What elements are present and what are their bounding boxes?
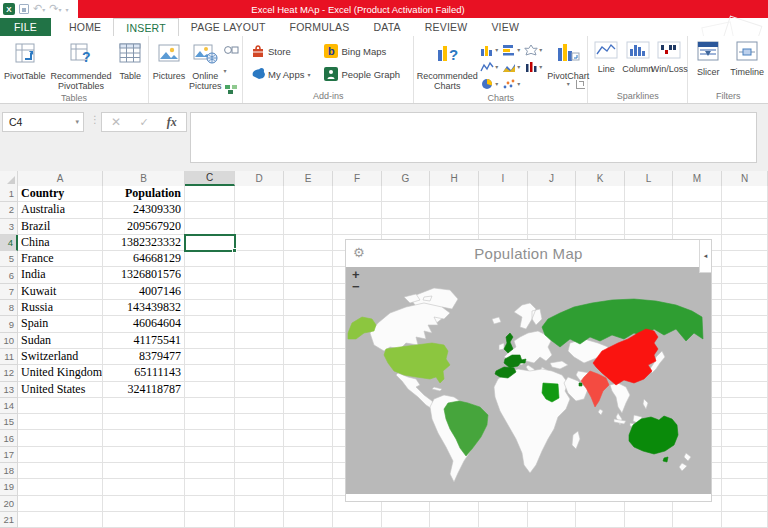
cell-M1[interactable] <box>673 186 722 202</box>
cell-D7[interactable] <box>235 284 284 300</box>
insert-line-chart-icon[interactable]: ▾ <box>478 58 500 75</box>
cell-D8[interactable] <box>235 300 284 316</box>
cell-B10[interactable]: 41175541 <box>103 333 185 349</box>
cell-G21[interactable] <box>382 512 430 528</box>
row-header-16[interactable]: 16 <box>0 430 18 446</box>
cell-E10[interactable] <box>284 333 333 349</box>
insert-scatter-chart-icon[interactable]: ▾ <box>500 75 522 92</box>
cell-B11[interactable]: 8379477 <box>103 349 185 365</box>
cell-C20[interactable] <box>185 496 235 512</box>
cell-I21[interactable] <box>479 512 528 528</box>
column-header-G[interactable]: G <box>382 171 430 186</box>
cell-C19[interactable] <box>185 479 235 495</box>
cell-L21[interactable] <box>625 512 673 528</box>
cell-B6[interactable]: 1326801576 <box>103 267 185 283</box>
gear-icon[interactable]: ⚙ <box>353 246 365 259</box>
cell-C6[interactable] <box>185 267 235 283</box>
cell-A7[interactable]: Kuwait <box>18 284 103 300</box>
cell-E20[interactable] <box>284 496 333 512</box>
cell-K21[interactable] <box>576 512 625 528</box>
cell-E9[interactable] <box>284 316 333 332</box>
customize-qat-icon[interactable]: ▾ <box>65 6 68 13</box>
map-collapse-strip[interactable]: ◂ <box>699 240 711 273</box>
cell-D12[interactable] <box>235 365 284 381</box>
cell-J21[interactable] <box>528 512 576 528</box>
cell-K3[interactable] <box>576 219 625 235</box>
row-header-6[interactable]: 6 <box>0 267 18 283</box>
cell-B20[interactable] <box>103 496 185 512</box>
cell-H1[interactable] <box>430 186 479 202</box>
my-apps-button[interactable]: My Apps ▾ <box>251 66 310 83</box>
cell-E7[interactable] <box>284 284 333 300</box>
cell-L3[interactable] <box>625 219 673 235</box>
tab-home[interactable]: HOME <box>57 18 113 36</box>
cell-D19[interactable] <box>235 479 284 495</box>
cell-L1[interactable] <box>625 186 673 202</box>
cell-D16[interactable] <box>235 430 284 446</box>
cell-D2[interactable] <box>235 202 284 218</box>
tab-formulas[interactable]: FORMULAS <box>278 18 362 36</box>
excel-logo-icon[interactable]: X <box>3 3 15 15</box>
cell-A11[interactable]: Switzerland <box>18 349 103 365</box>
row-header-10[interactable]: 10 <box>0 333 18 349</box>
column-header-C[interactable]: C <box>185 171 235 186</box>
cell-C11[interactable] <box>185 349 235 365</box>
cell-C16[interactable] <box>185 430 235 446</box>
cell-N18[interactable] <box>722 463 768 479</box>
cell-E14[interactable] <box>284 398 333 414</box>
map-country-kuwait[interactable] <box>579 383 582 386</box>
row-header-13[interactable]: 13 <box>0 382 18 398</box>
cell-A10[interactable]: Sudan <box>18 333 103 349</box>
cell-N1[interactable] <box>722 186 768 202</box>
cell-E13[interactable] <box>284 382 333 398</box>
cell-C10[interactable] <box>185 333 235 349</box>
row-header-8[interactable]: 8 <box>0 300 18 316</box>
name-box[interactable]: C4 ▾ <box>2 112 84 132</box>
cell-B18[interactable] <box>103 463 185 479</box>
insert-area-chart-icon[interactable]: ▾ <box>500 58 522 75</box>
cell-E17[interactable] <box>284 447 333 463</box>
cell-E19[interactable] <box>284 479 333 495</box>
cell-C9[interactable] <box>185 316 235 332</box>
sparkline-winloss-button[interactable]: Win/Loss <box>655 40 683 75</box>
cell-B9[interactable]: 46064604 <box>103 316 185 332</box>
cell-A14[interactable] <box>18 398 103 414</box>
cell-E12[interactable] <box>284 365 333 381</box>
cell-E2[interactable] <box>284 202 333 218</box>
cell-B3[interactable]: 209567920 <box>103 219 185 235</box>
cell-A9[interactable]: Spain <box>18 316 103 332</box>
cell-N13[interactable] <box>722 382 768 398</box>
insert-pie-chart-icon[interactable]: ▾ <box>478 75 500 92</box>
cell-C13[interactable] <box>185 382 235 398</box>
pictures-button[interactable]: Pictures <box>151 39 187 82</box>
row-header-4[interactable]: 4 <box>0 235 18 251</box>
column-header-I[interactable]: I <box>479 171 528 186</box>
recommended-charts-button[interactable]: ? Recommended Charts <box>418 39 476 92</box>
cell-E1[interactable] <box>284 186 333 202</box>
cell-N4[interactable] <box>722 235 768 251</box>
slicer-button[interactable]: Slicer <box>694 39 722 78</box>
cell-E21[interactable] <box>284 512 333 528</box>
sparkline-line-button[interactable]: Line <box>592 40 620 75</box>
recommended-pivottables-button[interactable]: ? Recommended PivotTables <box>48 39 115 92</box>
cell-C18[interactable] <box>185 463 235 479</box>
cell-C7[interactable] <box>185 284 235 300</box>
cell-D3[interactable] <box>235 219 284 235</box>
cell-B14[interactable] <box>103 398 185 414</box>
column-header-M[interactable]: M <box>673 171 722 186</box>
tab-view[interactable]: VIEW <box>479 18 531 36</box>
cell-N11[interactable] <box>722 349 768 365</box>
cell-J3[interactable] <box>528 219 576 235</box>
cell-A19[interactable] <box>18 479 103 495</box>
cell-M21[interactable] <box>673 512 722 528</box>
cell-F1[interactable] <box>333 186 382 202</box>
cell-D20[interactable] <box>235 496 284 512</box>
cell-A1[interactable]: Country <box>18 186 103 202</box>
undo-icon[interactable]: ↶▾ <box>33 3 45 15</box>
cell-E11[interactable] <box>284 349 333 365</box>
cell-L2[interactable] <box>625 202 673 218</box>
timeline-button[interactable]: Timeline <box>728 39 766 78</box>
cell-A18[interactable] <box>18 463 103 479</box>
cell-D18[interactable] <box>235 463 284 479</box>
insert-bar-chart-icon[interactable]: ▾ <box>500 41 522 58</box>
